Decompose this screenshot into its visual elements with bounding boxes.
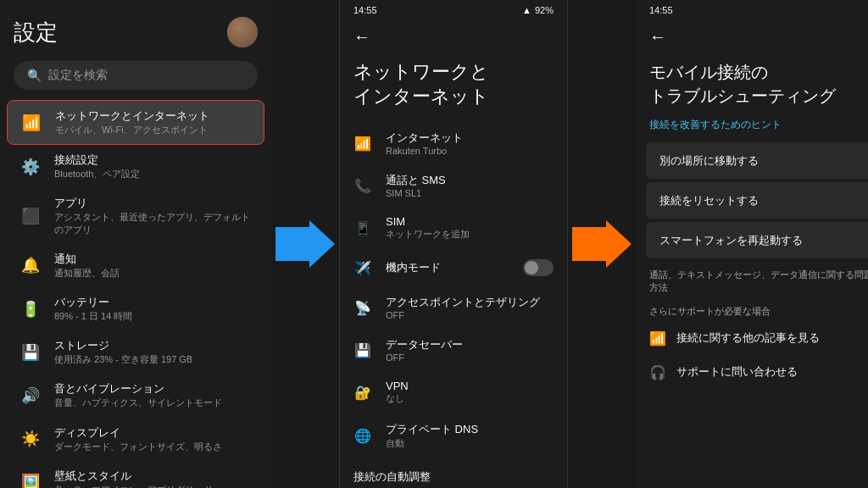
network-title: ネットワークとインターネット xyxy=(55,109,209,124)
sidebar-item-wallpaper[interactable]: 🖼️ 壁紙とスタイル 色、テーマアイコン、アプリグリッド xyxy=(7,461,264,488)
contact-item[interactable]: 🎧 サポートに問い合わせる xyxy=(636,355,868,389)
notifications-subtitle: 通知履歴、会話 xyxy=(54,267,120,279)
settings-title: 設定 xyxy=(14,18,58,47)
battery-icon: 🔋 xyxy=(20,299,41,319)
calls-sms-text: 通話と SMS SIM SL1 xyxy=(386,173,554,198)
storage-icon: 💾 xyxy=(20,342,41,363)
airplane-toggle[interactable] xyxy=(523,259,554,276)
connection-subtitle: Bluetooth、ペア設定 xyxy=(54,168,140,180)
sound-icon: 🔊 xyxy=(20,385,41,406)
help-text: 通話、テキストメッセージ、データ通信に関する問題を解決する方法 xyxy=(636,262,868,298)
apps-text: アプリ アシスタント、最近使ったアプリ、デフォルトのアプリ xyxy=(54,197,251,235)
datasaver-item[interactable]: 💾 データセーバー OFF xyxy=(340,329,567,371)
display-icon: ☀️ xyxy=(20,429,41,449)
signal-icon: ▲ xyxy=(522,5,531,15)
vpn-icon: 🔐 xyxy=(353,383,372,402)
vpn-item[interactable]: 🔐 VPN なし xyxy=(340,371,567,413)
sound-text: 音とバイブレーション 音量、ハプティクス、サイレントモード xyxy=(54,382,222,408)
sim-subtitle: ネットワークを追加 xyxy=(386,228,554,241)
internet-item[interactable]: 📶 インターネット Rakuten Turbo xyxy=(340,122,567,164)
avatar-image xyxy=(227,17,258,47)
sidebar-item-battery[interactable]: 🔋 バッテリー 89% - 1 日 14 時間 xyxy=(7,287,264,330)
reset-item[interactable]: 接続をリセットする ∨ xyxy=(646,182,868,219)
apps-title: アプリ xyxy=(54,197,251,211)
wifi-icon: 📶 xyxy=(353,134,372,152)
hotspot-item[interactable]: 📡 アクセスポイントとテザリング OFF xyxy=(340,286,567,329)
hint-label: 接続を改善するためのヒント xyxy=(636,114,868,139)
airplane-title: 機内モード xyxy=(386,260,509,275)
sim-text: SIM ネットワークを追加 xyxy=(386,215,554,241)
network-panel: 14:55 ▲ 92% ← ネットワークとインターネット 📶 インターネット R… xyxy=(339,0,568,488)
move-item[interactable]: 別の場所に移動する ∨ xyxy=(646,142,868,179)
vpn-text: VPN なし xyxy=(386,380,554,405)
reset-label: 接続をリセットする xyxy=(659,193,759,208)
wallpaper-text: 壁紙とスタイル 色、テーマアイコン、アプリグリッド xyxy=(54,469,213,488)
restart-item[interactable]: スマートフォンを再起動する ∨ xyxy=(646,222,868,258)
settings-header: 設定 xyxy=(0,0,271,54)
apps-subtitle: アシスタント、最近使ったアプリ、デフォルトのアプリ xyxy=(54,211,251,236)
settings-list: 📶 ネットワークとインターネット モバイル、Wi-Fi、アクセスポイント ⚙️ … xyxy=(0,100,271,488)
wifi-icon: 📶 xyxy=(21,113,42,133)
network-panel-title: ネットワークとインターネット xyxy=(340,53,567,122)
calls-sms-item[interactable]: 📞 通話と SMS SIM SL1 xyxy=(340,164,567,207)
p3-back-button[interactable]: ← xyxy=(649,24,666,50)
connection-text: 接続設定 Bluetooth、ペア設定 xyxy=(54,153,140,180)
battery-status: 92% xyxy=(535,5,554,15)
notifications-title: 通知 xyxy=(54,252,120,267)
autoconnect-item[interactable]: 接続の自動調整 xyxy=(340,458,567,488)
sidebar-item-sound[interactable]: 🔊 音とバイブレーション 音量、ハプティクス、サイレントモード xyxy=(7,374,264,417)
troubleshoot-panel-title: モバイル接続のトラブルシューティング xyxy=(636,53,868,114)
blue-arrow-icon xyxy=(275,220,335,268)
sim-icon: 📱 xyxy=(353,219,372,237)
internet-text: インターネット Rakuten Turbo xyxy=(386,130,554,156)
arrow-orange-container xyxy=(568,0,636,488)
airplane-item[interactable]: ✈️ 機内モード xyxy=(340,249,567,286)
sidebar-item-connection[interactable]: ⚙️ 接続設定 Bluetooth、ペア設定 xyxy=(7,145,264,188)
search-input[interactable]: 設定を検索 xyxy=(48,68,108,83)
storage-text: ストレージ 使用済み 23% - 空き容量 197 GB xyxy=(54,339,192,365)
sim-item[interactable]: 📱 SIM ネットワークを追加 xyxy=(340,207,567,249)
avatar[interactable] xyxy=(227,17,258,47)
articles-label: 接続に関する他の記事を見る xyxy=(676,330,820,346)
privatedns-title: プライベート DNS xyxy=(386,422,554,437)
contact-label: サポートに問い合わせる xyxy=(676,364,798,380)
search-bar[interactable]: 🔍 設定を検索 xyxy=(14,61,258,90)
articles-icon: 📶 xyxy=(649,330,666,347)
search-icon: 🔍 xyxy=(27,69,42,82)
sidebar-item-notifications[interactable]: 🔔 通知 通知履歴、会話 xyxy=(7,244,264,287)
wallpaper-title: 壁紙とスタイル xyxy=(54,469,213,484)
arrow-blue-container xyxy=(271,0,339,488)
sim-title: SIM xyxy=(386,215,554,228)
calls-sms-title: 通話と SMS xyxy=(386,173,554,188)
datasaver-subtitle: OFF xyxy=(386,352,554,363)
bluetooth-icon: ⚙️ xyxy=(20,157,41,177)
restart-label: スマートフォンを再起動する xyxy=(659,233,803,248)
back-button[interactable]: ← xyxy=(340,20,567,53)
sidebar-item-display[interactable]: ☀️ ディスプレイ ダークモード、フォントサイズ、明るさ xyxy=(7,418,264,461)
status-time: 14:55 xyxy=(353,5,377,15)
connection-title: 接続設定 xyxy=(54,153,140,168)
bell-icon: 🔔 xyxy=(20,255,41,275)
p3-status-bar: 14:55 ▲ 92% xyxy=(636,0,868,20)
datasaver-title: データセーバー xyxy=(386,337,554,352)
troubleshoot-panel: 14:55 ▲ 92% ← ⋮ モバイル接続のトラブルシューティング 接続を改善… xyxy=(636,0,868,488)
display-title: ディスプレイ xyxy=(54,426,222,441)
sidebar-item-apps[interactable]: ⬛ アプリ アシスタント、最近使ったアプリ、デフォルトのアプリ xyxy=(7,188,264,243)
articles-item[interactable]: 📶 接続に関する他の記事を見る xyxy=(636,321,868,355)
airplane-text: 機内モード xyxy=(386,260,509,275)
calls-sms-subtitle: SIM SL1 xyxy=(386,188,554,198)
autoconnect-text: 接続の自動調整 xyxy=(353,469,554,485)
storage-title: ストレージ xyxy=(54,339,192,353)
headset-icon: 🎧 xyxy=(649,363,666,380)
privatedns-item[interactable]: 🌐 プライベート DNS 自動 xyxy=(340,413,567,458)
status-icons: ▲ 92% xyxy=(522,5,554,15)
battery-text: バッテリー 89% - 1 日 14 時間 xyxy=(54,296,132,322)
privatedns-subtitle: 自動 xyxy=(386,437,554,450)
wallpaper-icon: 🖼️ xyxy=(20,472,41,488)
wallpaper-subtitle: 色、テーマアイコン、アプリグリッド xyxy=(54,484,213,488)
airplane-icon: ✈️ xyxy=(353,258,372,277)
apps-icon: ⬛ xyxy=(20,206,41,226)
datasaver-text: データセーバー OFF xyxy=(386,337,554,363)
sidebar-item-storage[interactable]: 💾 ストレージ 使用済み 23% - 空き容量 197 GB xyxy=(7,330,264,374)
sidebar-item-network[interactable]: 📶 ネットワークとインターネット モバイル、Wi-Fi、アクセスポイント xyxy=(7,100,264,145)
